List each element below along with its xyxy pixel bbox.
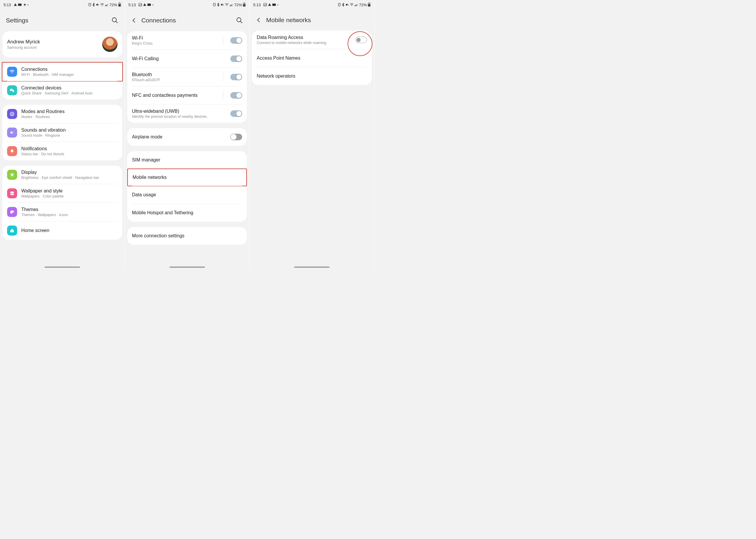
- nav-icon: [268, 3, 271, 7]
- bluetooth-icon: [217, 3, 219, 7]
- item-sub: Status bar · Do not disturb: [21, 152, 118, 156]
- settings-item-sounds[interactable]: Sounds and vibration Sound mode · Ringto…: [2, 123, 122, 142]
- svg-rect-8: [107, 4, 108, 6]
- battery-icon: [118, 3, 121, 7]
- settings-item-display[interactable]: Display Brightness · Eye comfort shield …: [2, 166, 122, 184]
- svg-rect-36: [231, 5, 231, 6]
- row-sim-manager[interactable]: SIM manager: [127, 151, 247, 169]
- back-icon[interactable]: [255, 17, 262, 23]
- svg-rect-12: [119, 4, 121, 6]
- row-uwb[interactable]: Ultra-wideband (UWB) Identify the precis…: [127, 105, 247, 123]
- status-time: 5:13: [4, 3, 11, 7]
- row-airplane[interactable]: Airplane mode: [127, 128, 247, 146]
- mute-icon: [345, 3, 349, 7]
- tag-icon: [18, 3, 22, 6]
- signal-icon: [105, 3, 109, 6]
- nav-pill[interactable]: [294, 267, 330, 268]
- svg-rect-6: [105, 5, 106, 6]
- settings-group-3: Display Brightness · Eye comfort shield …: [2, 166, 122, 240]
- item-title: Data usage: [132, 192, 242, 197]
- svg-rect-54: [369, 3, 370, 3]
- wifi-toggle[interactable]: [230, 37, 242, 44]
- item-sub: NTouch-a01007F: [132, 78, 219, 82]
- bluetooth-icon: [342, 3, 344, 7]
- item-title: Display: [21, 170, 118, 175]
- airplane-toggle[interactable]: [230, 134, 242, 140]
- bell-icon: [7, 146, 17, 156]
- display-icon: [7, 170, 17, 180]
- item-title: Mobile Hotspot and Tethering: [132, 210, 242, 215]
- wifi-calling-toggle[interactable]: [230, 55, 242, 62]
- settings-item-modes[interactable]: Modes and Routines Modes · Routines: [2, 105, 122, 123]
- avatar[interactable]: [102, 37, 118, 52]
- settings-item-home[interactable]: Home screen: [2, 221, 122, 240]
- battery-pct: 72%: [234, 3, 242, 7]
- highlight-circle: [348, 31, 373, 56]
- svg-rect-9: [108, 4, 108, 6]
- settings-header: Settings: [0, 8, 125, 31]
- battery-icon: [368, 3, 371, 7]
- uwb-toggle[interactable]: [230, 111, 242, 117]
- search-icon[interactable]: [111, 17, 119, 24]
- settings-group-1: Connections Wi-Fi · Bluetooth · SIM mana…: [2, 62, 122, 100]
- svg-rect-7: [106, 5, 107, 6]
- search-icon[interactable]: [236, 17, 243, 24]
- svg-line-33: [223, 4, 223, 6]
- connections-group-2: SIM manager Mobile networks Data usage M…: [127, 151, 247, 222]
- bluetooth-toggle[interactable]: [230, 74, 242, 80]
- settings-item-notifications[interactable]: Notifications Status bar · Do not distur…: [2, 142, 122, 160]
- row-hotspot[interactable]: Mobile Hotspot and Tethering: [127, 204, 247, 222]
- row-wifi-calling[interactable]: Wi-Fi Calling: [127, 50, 247, 68]
- row-mobile-networks[interactable]: Mobile networks: [127, 169, 247, 186]
- nav-pill[interactable]: [44, 267, 80, 268]
- settings-item-wallpaper[interactable]: Wallpaper and style Wallpapers · Color p…: [2, 184, 122, 202]
- svg-rect-55: [368, 4, 370, 6]
- settings-group-2: Modes and Routines Modes · Routines Soun…: [2, 105, 122, 160]
- svg-point-42: [237, 18, 241, 22]
- page-title: Mobile networks: [266, 17, 311, 24]
- item-title: Access Point Names: [257, 55, 367, 61]
- nfc-toggle[interactable]: [230, 92, 242, 99]
- settings-item-connected-devices[interactable]: Connected devices Quick Share · Samsung …: [2, 81, 122, 100]
- row-nfc[interactable]: NFC and contactless payments: [127, 87, 247, 104]
- item-sub: Quick Share · Samsung DeX · Android Auto: [21, 91, 118, 95]
- item-title: Network operators: [257, 73, 367, 79]
- item-title: Wi-Fi Calling: [132, 56, 226, 61]
- svg-point-3: [89, 4, 91, 6]
- home-icon: [7, 225, 17, 236]
- profile-name: Andrew Myrick: [7, 39, 102, 45]
- profile-sub: Samsung account: [7, 45, 102, 49]
- row-more-settings[interactable]: More connection settings: [127, 227, 247, 245]
- row-network-operators[interactable]: Network operators: [252, 67, 372, 85]
- settings-item-connections[interactable]: Connections Wi-Fi · Bluetooth · SIM mana…: [2, 62, 123, 81]
- svg-rect-37: [231, 4, 232, 6]
- dot-icon: •: [28, 3, 29, 7]
- connections-header: Connections: [125, 8, 250, 31]
- row-wifi[interactable]: Wi-Fi King's Cross: [127, 31, 247, 49]
- profile-card[interactable]: Andrew Myrick Samsung account: [2, 31, 122, 57]
- svg-rect-51: [357, 4, 357, 6]
- row-bluetooth[interactable]: Bluetooth NTouch-a01007F: [127, 68, 247, 86]
- svg-line-4: [98, 4, 99, 6]
- item-title: SIM manager: [132, 157, 242, 163]
- item-sub: King's Cross: [132, 41, 219, 45]
- image-icon: [138, 3, 142, 7]
- svg-rect-35: [230, 5, 230, 6]
- page-title: Settings: [6, 17, 28, 24]
- back-icon[interactable]: [131, 17, 137, 24]
- svg-point-15: [12, 73, 13, 73]
- svg-rect-45: [272, 4, 276, 6]
- svg-rect-41: [243, 4, 245, 6]
- item-sub: Wi-Fi · Bluetooth · SIM manager: [21, 73, 118, 77]
- nav-pill[interactable]: [170, 267, 205, 268]
- item-sub: Modes · Routines: [21, 115, 118, 119]
- settings-item-themes[interactable]: Themes Themes · Wallpapers · Icons: [2, 203, 122, 221]
- svg-line-27: [10, 176, 11, 177]
- nav-icon: [143, 3, 146, 7]
- sound-icon: [7, 127, 17, 137]
- item-title: Modes and Routines: [21, 109, 118, 114]
- svg-rect-40: [244, 3, 245, 3]
- item-title: Mobile networks: [132, 175, 242, 180]
- row-data-usage[interactable]: Data usage: [127, 186, 247, 204]
- item-title: Ultra-wideband (UWB): [132, 109, 226, 114]
